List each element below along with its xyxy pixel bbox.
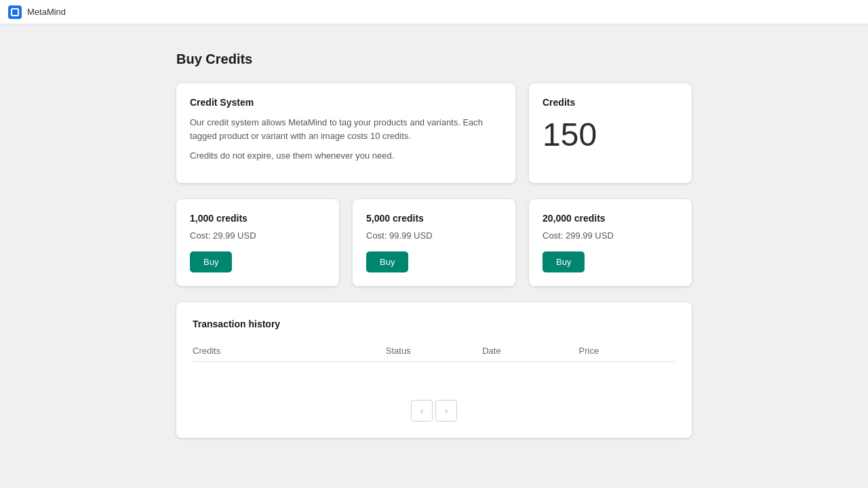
buy-button-20000[interactable]: Buy bbox=[542, 251, 585, 272]
packages-row: 1,000 credits Cost: 29.99 USD Buy 5,000 … bbox=[176, 199, 692, 286]
top-bar: MetaMind bbox=[0, 0, 868, 24]
app-title: MetaMind bbox=[27, 7, 66, 17]
buy-button-5000[interactable]: Buy bbox=[366, 251, 408, 272]
package-title-1000: 1,000 credits bbox=[190, 213, 326, 224]
buy-button-1000[interactable]: Buy bbox=[190, 251, 232, 272]
package-card-20000: 20,000 credits Cost: 299.99 USD Buy bbox=[529, 199, 692, 286]
package-card-5000: 5,000 credits Cost: 99.99 USD Buy bbox=[353, 199, 515, 286]
package-cost-20000: Cost: 299.99 USD bbox=[542, 230, 678, 241]
transaction-history-card: Transaction history Credits Status Date … bbox=[176, 302, 692, 438]
package-title-5000: 5,000 credits bbox=[366, 213, 502, 224]
app-icon bbox=[8, 5, 22, 19]
pagination-next-button[interactable]: › bbox=[435, 400, 457, 422]
transaction-history-title: Transaction history bbox=[193, 319, 675, 329]
table-body bbox=[193, 362, 675, 389]
credits-balance-card: Credits 150 bbox=[529, 83, 692, 183]
table-header-price: Price bbox=[579, 346, 675, 356]
table-header-credits: Credits bbox=[193, 346, 386, 356]
top-cards-row: Credit System Our credit system allows M… bbox=[176, 83, 692, 183]
credit-system-desc2: Credits do not expire, use them whenever… bbox=[190, 149, 502, 163]
credit-system-heading: Credit System bbox=[190, 97, 502, 108]
package-title-20000: 20,000 credits bbox=[542, 213, 678, 224]
page-container: Buy Credits Credit System Our credit sys… bbox=[176, 52, 692, 438]
package-card-1000: 1,000 credits Cost: 29.99 USD Buy bbox=[176, 199, 339, 286]
credit-system-card: Credit System Our credit system allows M… bbox=[176, 83, 515, 183]
main-content: Buy Credits Credit System Our credit sys… bbox=[0, 24, 868, 465]
package-cost-1000: Cost: 29.99 USD bbox=[190, 230, 326, 241]
pagination-prev-button[interactable]: ‹ bbox=[411, 400, 433, 422]
package-cost-5000: Cost: 99.99 USD bbox=[366, 230, 502, 241]
page-title: Buy Credits bbox=[176, 52, 692, 67]
table-header-date: Date bbox=[482, 346, 578, 356]
credits-balance-label: Credits bbox=[542, 97, 678, 108]
credit-system-desc1: Our credit system allows MetaMind to tag… bbox=[190, 116, 502, 142]
table-header-status: Status bbox=[386, 346, 482, 356]
pagination: ‹ › bbox=[193, 400, 675, 422]
credits-balance-value: 150 bbox=[542, 116, 678, 153]
table-header: Credits Status Date Price bbox=[193, 340, 675, 362]
